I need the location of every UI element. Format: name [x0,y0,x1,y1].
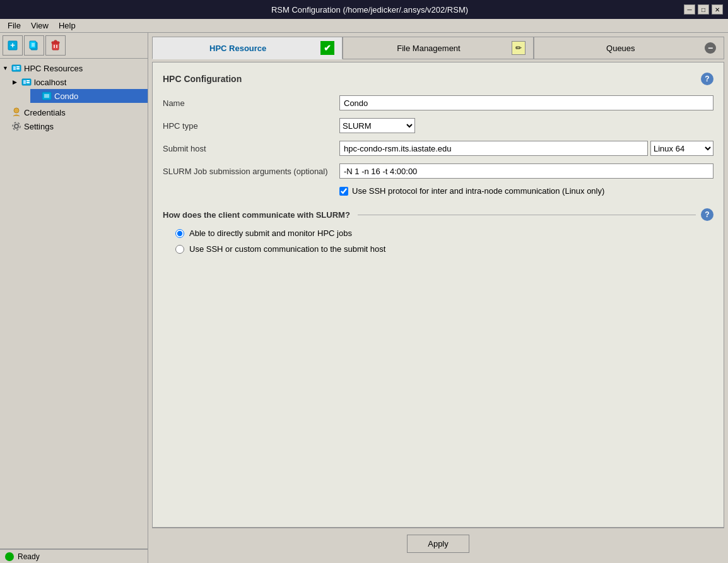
slurm-args-input[interactable] [339,163,713,179]
sidebar-item-localhost[interactable]: ▶ localhost [10,75,148,89]
menu-view[interactable]: View [26,20,54,32]
svg-rect-9 [54,40,57,42]
svg-text:+: + [10,40,15,50]
svg-rect-7 [52,43,59,50]
close-button[interactable]: ✕ [712,4,723,15]
tab-queues-label: Queues [542,44,700,53]
minimize-button[interactable]: ─ [684,4,695,15]
tab-queues[interactable]: Queues − [534,37,724,59]
menu-help[interactable]: Help [54,20,81,32]
name-row: Name [163,95,713,110]
submit-host-inputs: Linux 64 Windows 64 Linux 32 [339,141,713,156]
svg-rect-19 [26,82,30,83]
tab-file-management-label: File Management [351,44,506,53]
condo-label: Condo [54,92,78,101]
tabs-bar: HPC Resource ✔ File Management ✏ Queues … [152,37,724,59]
hpc-config-title: HPC Configuration [163,74,242,84]
svg-point-25 [15,124,18,128]
communication-title: How does the client communicate with SLU… [163,210,350,220]
status-dot [5,552,14,561]
add-button[interactable]: + [3,35,23,56]
submit-host-platform-select[interactable]: Linux 64 Windows 64 Linux 32 [650,141,713,156]
settings-icon [11,121,21,131]
content-area: HPC Resource ✔ File Management ✏ Queues … [148,33,728,563]
radio-ssh-row: Use SSH or custom communication to the s… [175,244,713,254]
credentials-icon [11,107,21,117]
bottom-bar: Apply [152,528,724,559]
slurm-args-label: SLURM Job submission arguments (optional… [163,167,339,176]
tab-hpc-resource[interactable]: HPC Resource ✔ [152,37,343,59]
communication-section: How does the client communicate with SLU… [163,208,713,254]
radio-direct[interactable] [175,229,184,238]
hpc-type-row: HPC type SLURM PBS LSF SGE [163,118,713,133]
maximize-button[interactable]: □ [698,4,709,15]
hpc-type-label: HPC type [163,121,339,131]
expand-icon: ▶ [13,79,20,85]
menu-bar: File View Help [0,19,728,33]
window-controls: ─ □ ✕ [684,4,723,15]
hpc-config-header: HPC Configuration ? [163,73,713,85]
tab-queues-minus-icon: − [705,42,716,54]
hpc-config-help-button[interactable]: ? [701,73,713,85]
radio-ssh-label: Use SSH or custom communication to the s… [189,244,385,254]
title-bar: RSM Configuration (/home/jedicker/.ansys… [0,0,728,19]
settings-label: Settings [24,122,54,131]
tab-file-management-edit-icon: ✏ [512,41,525,55]
condo-icon [42,91,52,101]
sidebar-item-condo[interactable]: Condo [30,89,148,103]
tab-hpc-resource-check-icon: ✔ [320,41,334,55]
delete-button[interactable] [45,35,66,56]
status-bar: Ready [0,549,148,563]
svg-rect-18 [26,80,30,81]
copy-button[interactable] [24,35,44,56]
tab-file-management[interactable]: File Management ✏ [343,37,533,59]
credentials-label: Credentials [24,108,66,117]
main-panel: HPC Configuration ? Name HPC type SLURM … [152,62,724,528]
submit-host-input[interactable] [339,141,648,156]
sidebar-tree: ▼ HPC Resources ▶ [0,59,148,548]
main-layout: + [0,33,728,563]
submit-host-row: Submit host Linux 64 Windows 64 Linux 32 [163,141,713,156]
communication-divider [358,215,696,215]
window-title: RSM Configuration (/home/jedicker/.ansys… [56,5,684,15]
expand-icon: ▼ [3,65,10,71]
ssh-checkbox-label: Use SSH protocol for inter and intra-nod… [352,186,604,196]
slurm-args-row: SLURM Job submission arguments (optional… [163,163,713,179]
svg-rect-14 [16,66,20,68]
apply-button[interactable]: Apply [407,535,469,553]
status-text: Ready [18,552,40,561]
hpc-resources-label: HPC Resources [24,64,83,73]
svg-rect-17 [23,80,26,84]
hpc-type-select[interactable]: SLURM PBS LSF SGE [339,118,415,133]
svg-point-26 [13,122,20,130]
menu-file[interactable]: File [3,20,26,32]
localhost-icon [21,77,32,87]
hpc-resources-icon [11,63,21,73]
sidebar: + [0,33,148,563]
radio-direct-row: Able to directly submit and monitor HPC … [175,228,713,238]
communication-header: How does the client communicate with SLU… [163,208,713,221]
radio-ssh[interactable] [175,245,184,254]
submit-host-label: Submit host [163,144,339,153]
ssh-checkbox-row: Use SSH protocol for inter and intra-nod… [339,186,713,196]
communication-help-button[interactable]: ? [701,208,713,221]
radio-direct-label: Able to directly submit and monitor HPC … [189,228,352,238]
sidebar-item-settings[interactable]: Settings [0,119,148,133]
tab-hpc-resource-label: HPC Resource [160,44,315,53]
sidebar-item-hpc-resources[interactable]: ▼ HPC Resources [0,61,148,75]
localhost-container: ▶ localhost [10,75,148,103]
svg-rect-15 [16,68,20,69]
name-input[interactable] [339,95,713,110]
name-label: Name [163,98,339,108]
sidebar-bottom: Ready [0,548,148,563]
sidebar-toolbar: + [0,33,148,59]
svg-point-24 [14,108,19,113]
sidebar-item-credentials[interactable]: Credentials [0,105,148,119]
copy-icon [28,40,40,51]
localhost-label: localhost [34,78,66,87]
svg-rect-13 [13,66,16,70]
delete-icon [50,40,61,51]
ssh-checkbox[interactable] [339,187,348,196]
add-icon: + [7,40,18,51]
condo-container: Condo [20,89,148,103]
